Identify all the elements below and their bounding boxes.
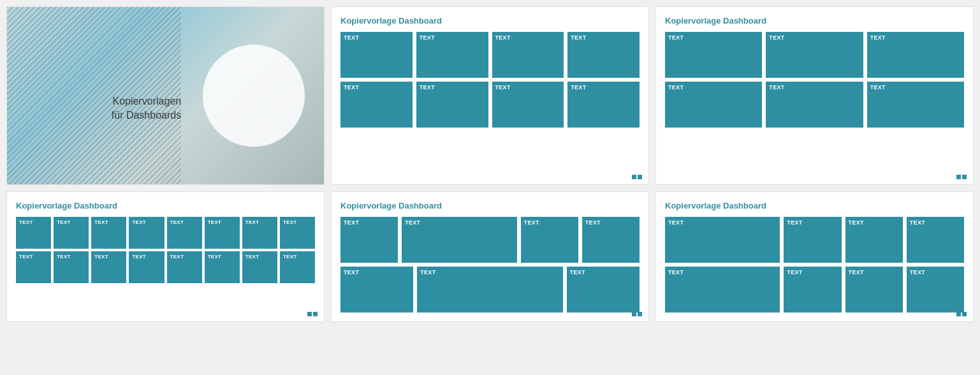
tile: Text — [907, 267, 964, 312]
hero-title: Kopiervorlagenfür Dashboards — [112, 94, 181, 123]
card-5-title: Kopiervorlage Dashboard — [665, 201, 964, 210]
tile: Text — [242, 251, 277, 283]
tile: Text — [54, 251, 89, 283]
tile: Text — [784, 217, 841, 263]
tile: Text — [665, 32, 762, 78]
tile: Text — [665, 217, 780, 263]
dot — [632, 312, 636, 316]
tile: Text — [16, 217, 51, 249]
card-4-dots — [632, 312, 642, 316]
tile: Text — [416, 82, 488, 128]
hero-circle — [203, 45, 305, 147]
tile: Text — [340, 82, 413, 128]
tile: Text — [340, 32, 413, 78]
card-1-dots — [632, 175, 642, 179]
card-4-title: Kopiervorlage Dashboard — [340, 201, 640, 210]
tile: Text — [665, 267, 780, 312]
card-2-title: Kopiervorlage Dashboard — [665, 16, 964, 26]
tile: Text — [280, 217, 315, 249]
dot — [307, 312, 312, 316]
tile: Text — [129, 251, 164, 283]
card-5-dots — [956, 312, 967, 316]
dashboard-card-1[interactable]: Kopiervorlage Dashboard Text Text Text T… — [331, 6, 649, 185]
card-2-dots — [956, 175, 967, 179]
tile: Text — [907, 217, 964, 263]
tile: Text — [417, 267, 563, 312]
dot — [638, 175, 642, 179]
tile: Text — [845, 267, 903, 312]
card-3-title: Kopiervorlage Dashboard — [16, 201, 315, 210]
tile: Text — [129, 217, 164, 249]
card-1-title: Kopiervorlage Dashboard — [340, 16, 640, 26]
dashboard-card-4[interactable]: Kopiervorlage Dashboard Text Text Text T… — [331, 191, 649, 322]
tile: Text — [492, 82, 564, 128]
tile: Text — [867, 82, 964, 128]
dot — [313, 312, 318, 316]
tile: Text — [867, 32, 964, 78]
tile: Text — [665, 82, 762, 128]
tile: Text — [205, 251, 240, 283]
tile: Text — [582, 217, 640, 263]
dot — [962, 175, 967, 179]
tile: Text — [784, 267, 841, 312]
dot — [956, 312, 961, 316]
tile: Text — [205, 217, 240, 249]
dashboard-card-3[interactable]: Kopiervorlage Dashboard Text Text Text T… — [6, 191, 325, 322]
dashboard-card-2[interactable]: Kopiervorlage Dashboard Text Text Text T… — [655, 6, 974, 185]
tile: Text — [766, 32, 863, 78]
dot — [632, 175, 636, 179]
hero-card[interactable]: Kopiervorlagenfür Dashboards — [6, 6, 325, 185]
tile: Text — [91, 251, 126, 283]
tile: Text — [91, 217, 126, 249]
tile: Text — [54, 217, 89, 249]
dot — [956, 175, 961, 179]
tile: Text — [567, 82, 640, 128]
tile: Text — [492, 32, 564, 78]
tile: Text — [567, 267, 640, 312]
dot — [962, 312, 967, 316]
main-grid: Kopiervorlagenfür Dashboards Kopiervorla… — [6, 6, 974, 322]
tile: Text — [167, 217, 202, 249]
tile: Text — [340, 217, 398, 263]
tile: Text — [242, 217, 277, 249]
card-3-dots — [307, 312, 318, 316]
tile: Text — [340, 267, 413, 312]
tile: Text — [416, 32, 488, 78]
tile: Text — [521, 217, 578, 263]
tile: Text — [567, 32, 640, 78]
tile: Text — [402, 217, 516, 263]
tile: Text — [167, 251, 202, 283]
tile: Text — [845, 217, 903, 263]
tile: Text — [280, 251, 315, 283]
dot — [638, 312, 642, 316]
tile: Text — [766, 82, 863, 128]
dashboard-card-5[interactable]: Kopiervorlage Dashboard Text Text Text T… — [655, 191, 974, 322]
tile: Text — [16, 251, 51, 283]
